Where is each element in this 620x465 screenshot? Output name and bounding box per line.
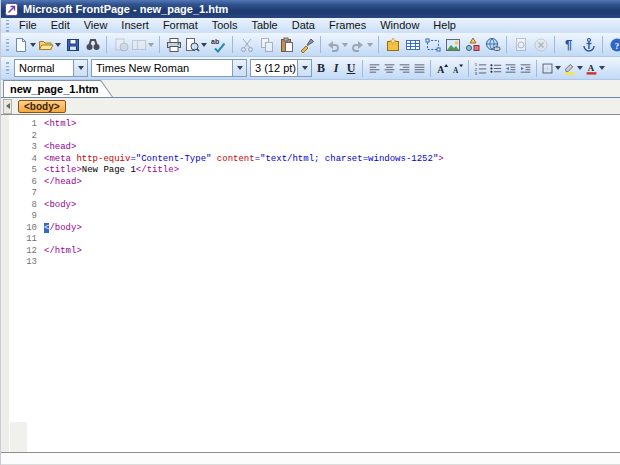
highlight-button[interactable] (563, 59, 584, 77)
menu-format[interactable]: Format (156, 18, 205, 33)
code-text[interactable]: </html> (44, 246, 82, 258)
justify-button[interactable] (412, 59, 426, 77)
align-right-button[interactable] (397, 59, 411, 77)
menu-help[interactable]: Help (426, 18, 463, 33)
new-page-button[interactable] (13, 35, 37, 55)
code-text[interactable]: <body> (44, 200, 76, 212)
code-text[interactable]: <head> (44, 142, 76, 154)
paste-button[interactable] (277, 35, 296, 55)
web-component-icon (385, 37, 401, 53)
show-layer-anchors-button[interactable] (579, 35, 598, 55)
print-button[interactable] (164, 35, 183, 55)
font-size-combobox[interactable]: 3 (12 pt) (250, 59, 312, 77)
increase-font-size-icon: A (436, 62, 449, 75)
code-line[interactable]: 1<html> (1, 119, 620, 131)
code-line[interactable]: 10</body> (1, 223, 620, 235)
style-dropdown-button[interactable] (73, 60, 87, 76)
help-button[interactable]: ? (607, 35, 620, 55)
code-text[interactable]: </head> (44, 177, 82, 189)
spelling-button[interactable]: ab (209, 35, 228, 55)
print-preview-button[interactable] (184, 35, 208, 55)
decrease-indent-button[interactable] (503, 59, 517, 77)
chevron-down-icon (200, 43, 208, 47)
refresh-icon (513, 37, 529, 53)
find-button[interactable] (83, 35, 102, 55)
chevron-down-icon (341, 43, 349, 47)
font-size-dropdown-button[interactable] (297, 60, 311, 76)
code-text[interactable]: <html> (44, 119, 76, 131)
menu-edit[interactable]: Edit (44, 18, 77, 33)
menu-window[interactable]: Window (373, 18, 426, 33)
code-line[interactable]: 12</html> (1, 246, 620, 258)
format-painter-button[interactable] (297, 35, 316, 55)
insert-table-button[interactable] (403, 35, 422, 55)
menu-view[interactable]: View (77, 18, 115, 33)
decrease-font-size-button[interactable]: A (450, 59, 464, 77)
standard-toolbar-grip[interactable] (6, 39, 9, 51)
menu-insert[interactable]: Insert (114, 18, 156, 33)
align-center-icon (383, 62, 396, 75)
save-button[interactable] (63, 35, 82, 55)
undo-button (325, 35, 349, 55)
menu-file[interactable]: File (12, 18, 44, 33)
insert-picture-button[interactable] (443, 35, 462, 55)
menu-data[interactable]: Data (285, 18, 322, 33)
web-component-button[interactable] (383, 35, 402, 55)
code-text[interactable]: </body> (44, 223, 82, 235)
increase-font-size-button[interactable]: A (435, 59, 449, 77)
code-text[interactable]: <title>New Page 1</title> (44, 165, 179, 177)
insert-hyperlink-button[interactable] (483, 35, 502, 55)
insert-layer-button[interactable] (423, 35, 442, 55)
font-value: Times New Roman (92, 62, 232, 74)
code-line[interactable]: 8<body> (1, 200, 620, 212)
code-line[interactable]: 11 (1, 234, 620, 246)
frontpage-window: Microsoft FrontPage - new_page_1.htm Fil… (0, 0, 620, 465)
formatting-toolbar-grip[interactable] (6, 62, 9, 74)
outside-borders-button[interactable] (541, 59, 562, 77)
line-number: 10 (1, 223, 37, 235)
code-line[interactable]: 3<head> (1, 142, 620, 154)
toolbar-separator (362, 60, 363, 77)
quick-tag-body-chip[interactable]: <body> (18, 100, 66, 113)
open-button[interactable] (38, 35, 62, 55)
code-line[interactable]: 4<meta http-equiv="Content-Type" content… (1, 154, 620, 166)
toolbar-separator (602, 36, 603, 53)
copy-button (257, 35, 276, 55)
drawing-button[interactable] (463, 35, 482, 55)
increase-indent-button[interactable] (518, 59, 532, 77)
line-number: 7 (1, 188, 37, 200)
show-all-button[interactable]: ¶ (559, 35, 578, 55)
menu-frames[interactable]: Frames (322, 18, 373, 33)
font-combobox[interactable]: Times New Roman (91, 59, 247, 77)
tab-new-page-1[interactable]: new_page_1.htm (3, 80, 113, 97)
code-view[interactable]: 1<html>23<head>4<meta http-equiv="Conten… (1, 115, 620, 452)
title-bar[interactable]: Microsoft FrontPage - new_page_1.htm (1, 0, 620, 18)
code-line[interactable]: 9 (1, 211, 620, 223)
code-line[interactable]: 6</head> (1, 177, 620, 189)
formatting-toolbar: Normal Times New Roman 3 (12 pt) BIUAA12… (1, 57, 620, 80)
bold-button[interactable]: B (314, 59, 328, 77)
font-dropdown-button[interactable] (232, 60, 246, 76)
toolbar-separator (536, 60, 537, 77)
toolbar-separator (320, 36, 321, 53)
code-line[interactable]: 2 (1, 131, 620, 143)
quick-tag-scroll-left-button[interactable] (3, 99, 12, 114)
underline-button[interactable]: U (344, 59, 358, 77)
code-line[interactable]: 7 (1, 188, 620, 200)
help-icon: ? (609, 37, 620, 53)
code-text[interactable]: <meta http-equiv="Content-Type" content=… (44, 154, 444, 166)
italic-button[interactable]: I (329, 59, 343, 77)
publish-site-icon (113, 37, 129, 53)
align-left-button[interactable] (367, 59, 381, 77)
style-combobox[interactable]: Normal (14, 59, 88, 77)
menu-tools[interactable]: Tools (205, 18, 245, 33)
menu-table[interactable]: Table (244, 18, 284, 33)
insert-hyperlink-icon (485, 37, 501, 53)
align-center-button[interactable] (382, 59, 396, 77)
code-line[interactable]: 13 (1, 257, 620, 269)
numbering-button[interactable]: 123 (473, 59, 487, 77)
menu-bar-grip[interactable] (6, 20, 9, 32)
font-color-button[interactable]: A (585, 59, 606, 77)
code-line[interactable]: 5<title>New Page 1</title> (1, 165, 620, 177)
bullets-button[interactable] (488, 59, 502, 77)
